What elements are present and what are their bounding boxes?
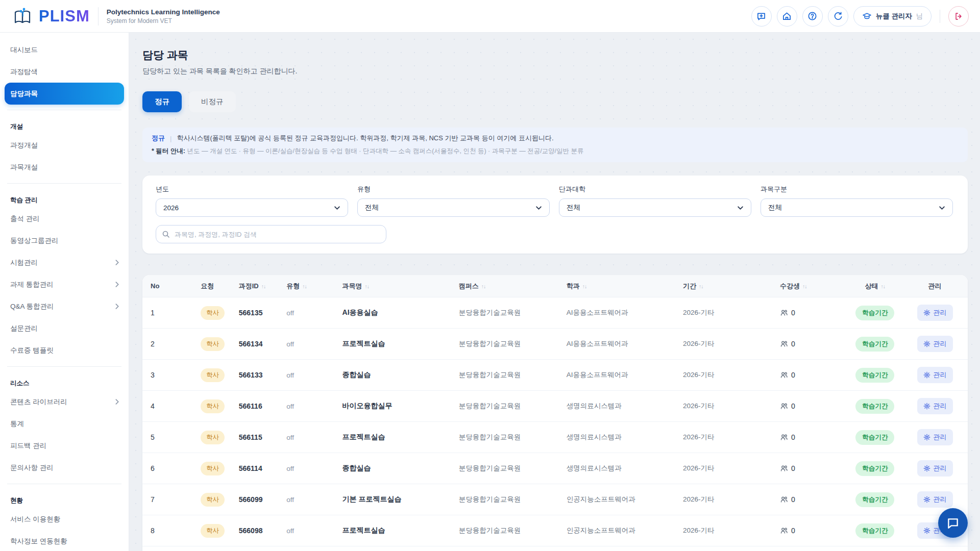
sidebar-item-certificate-template[interactable]: 수료증 템플릿	[0, 339, 129, 361]
subject-category-select[interactable]: 전체	[761, 198, 953, 217]
chevron-down-icon	[334, 205, 340, 211]
row-type: off	[286, 434, 342, 441]
manage-button[interactable]: 관리	[917, 305, 953, 321]
students-count: 0	[791, 433, 795, 441]
row-request: 학사	[201, 337, 238, 351]
sidebar-item-exam[interactable]: 시험관리	[0, 252, 129, 273]
sort-icon[interactable]: ↑↓	[302, 283, 307, 289]
sort-icon[interactable]: ↑↓	[365, 283, 370, 289]
chevron-right-icon	[114, 281, 120, 288]
chat-launcher-button[interactable]	[938, 508, 968, 538]
people-icon	[780, 433, 788, 441]
sidebar-item-course-open[interactable]: 과정개설	[0, 134, 129, 156]
type-select[interactable]: 전체	[357, 198, 550, 217]
sidebar-item-subject-open[interactable]: 과목개설	[0, 156, 129, 178]
manage-label: 관리	[934, 308, 947, 317]
sidebar-item-assignment[interactable]: 과제 통합관리	[0, 273, 129, 295]
row-course-id: 566116	[239, 402, 287, 410]
brand-text: Polytechnics Learning Intelligence Syste…	[107, 8, 220, 24]
people-icon	[780, 309, 788, 317]
brand[interactable]: PLISM	[12, 6, 90, 27]
manage-label: 관리	[934, 339, 947, 348]
sidebar-item-video-group[interactable]: 동영상그룹관리	[0, 230, 129, 252]
user-badge[interactable]: 뉴클 관리자 님	[853, 6, 932, 27]
sidebar-item-label: 과목개설	[10, 163, 38, 172]
sidebar-item-qna[interactable]: Q&A 통합관리	[0, 295, 129, 317]
sidebar-item-label: 수료증 템플릿	[10, 346, 54, 355]
sidebar-item-dashboard[interactable]: 대시보드	[0, 39, 129, 61]
students-cell: 0	[780, 495, 795, 504]
year-select[interactable]: 2026	[156, 198, 348, 217]
gear-icon	[923, 403, 930, 410]
row-request: 학사	[201, 524, 238, 538]
sort-icon[interactable]: ↑↓	[481, 283, 486, 289]
page-subtitle: 담당하고 있는 과목 목록을 확인하고 관리합니다.	[142, 67, 968, 76]
table-row[interactable]: 8 학사 566098 off 프로젝트실습 분당융합기술교육원 인공지능소프트…	[142, 515, 968, 546]
manage-button[interactable]: 관리	[917, 460, 953, 477]
table-row[interactable]: 9 학사 566097 off 종합실습 분당융합기술교육원 인공지능소프트웨어…	[142, 546, 968, 551]
sidebar-item-my-subjects[interactable]: 담당과목	[5, 83, 124, 105]
sidebar-item-course-explore[interactable]: 과정탐색	[0, 61, 129, 83]
year-select-value: 2026	[163, 204, 179, 212]
sidebar-item-survey[interactable]: 설문관리	[0, 317, 129, 339]
tab-regular[interactable]: 정규	[142, 91, 182, 112]
table-row[interactable]: 5 학사 566115 off 프로젝트실습 분당융합기술교육원 생명의료시스템…	[142, 422, 968, 453]
col-department: 학과↑↓	[567, 282, 683, 291]
students-count: 0	[791, 527, 795, 535]
sort-icon[interactable]: ↑↓	[802, 283, 807, 289]
students-count: 0	[791, 402, 795, 410]
row-period: 2026-기타	[683, 464, 780, 473]
row-no: 6	[151, 464, 201, 472]
row-subject: 바이오융합실무	[342, 402, 459, 411]
sidebar-item-content-library[interactable]: 콘텐츠 라이브러리	[0, 391, 129, 413]
row-subject: 프로젝트실습	[342, 339, 459, 348]
sidebar-item-label: 과정탐색	[10, 67, 38, 77]
sidebar-item-academic-sync[interactable]: 학사정보 연동현황	[0, 530, 129, 551]
sort-icon[interactable]: ↑↓	[699, 283, 703, 289]
sort-icon[interactable]: ↑↓	[261, 283, 266, 289]
manage-button[interactable]: 관리	[917, 398, 953, 414]
row-type: off	[286, 403, 342, 410]
logout-button[interactable]	[948, 6, 969, 27]
row-subject: 프로젝트실습	[342, 526, 459, 535]
help-button[interactable]	[802, 6, 823, 27]
row-subject: 기본 프로젝트실습	[342, 495, 459, 504]
search-input[interactable]	[156, 225, 386, 243]
row-period: 2026-기타	[683, 495, 780, 504]
refresh-button[interactable]	[828, 6, 848, 27]
col-campus: 캠퍼스↑↓	[459, 282, 567, 291]
request-badge: 학사	[201, 462, 225, 475]
manage-button[interactable]: 관리	[917, 336, 953, 352]
tab-irregular[interactable]: 비정규	[189, 91, 236, 112]
main-content: 담당 과목 담당하고 있는 과목 목록을 확인하고 관리합니다. 정규 비정규 …	[129, 33, 980, 551]
sidebar-section-learning: 학습 관리	[0, 189, 129, 208]
col-period: 기간↑↓	[683, 282, 780, 291]
row-type: off	[286, 309, 342, 317]
sort-icon[interactable]: ↑↓	[881, 283, 886, 289]
table-row[interactable]: 7 학사 566099 off 기본 프로젝트실습 분당융합기술교육원 인공지능…	[142, 484, 968, 515]
college-select-value: 전체	[567, 203, 580, 212]
feedback-button[interactable]	[751, 6, 772, 27]
manage-button[interactable]: 관리	[917, 429, 953, 445]
college-select[interactable]: 전체	[559, 198, 751, 217]
table-row[interactable]: 1 학사 566135 off AI응용실습 분당융합기술교육원 AI응용소프트…	[142, 297, 968, 329]
sidebar-item-inquiry[interactable]: 문의사항 관리	[0, 457, 129, 479]
manage-button[interactable]: 관리	[917, 367, 953, 383]
filter-card: 년도 2026 유형 전체 단과대학 전체	[142, 176, 968, 254]
tab-bar: 정규 비정규	[142, 91, 968, 112]
table-row[interactable]: 3 학사 566133 off 종합실습 분당융합기술교육원 AI응용소프트웨어…	[142, 360, 968, 391]
sidebar-item-attendance[interactable]: 출석 관리	[0, 208, 129, 230]
home-button[interactable]	[777, 6, 797, 27]
gear-icon	[923, 496, 930, 503]
sort-icon[interactable]: ↑↓	[582, 283, 587, 289]
sidebar-item-statistics[interactable]: 통계	[0, 413, 129, 435]
manage-button[interactable]: 관리	[917, 491, 953, 508]
table-row[interactable]: 6 학사 566114 off 종합실습 분당융합기술교육원 생명의료시스템과 …	[142, 453, 968, 484]
table-row[interactable]: 2 학사 566134 off 프로젝트실습 분당융합기술교육원 AI응용소프트…	[142, 329, 968, 360]
table-row[interactable]: 4 학사 566116 off 바이오융합실무 분당융합기술교육원 생명의료시스…	[142, 391, 968, 422]
sidebar-item-feedback[interactable]: 피드백 관리	[0, 435, 129, 457]
row-department: 인공지능소프트웨어과	[567, 495, 683, 504]
user-name: 뉴클 관리자	[876, 12, 912, 21]
subject-category-select-value: 전체	[768, 203, 782, 212]
sidebar-item-service-usage[interactable]: 서비스 이용현황	[0, 508, 129, 530]
